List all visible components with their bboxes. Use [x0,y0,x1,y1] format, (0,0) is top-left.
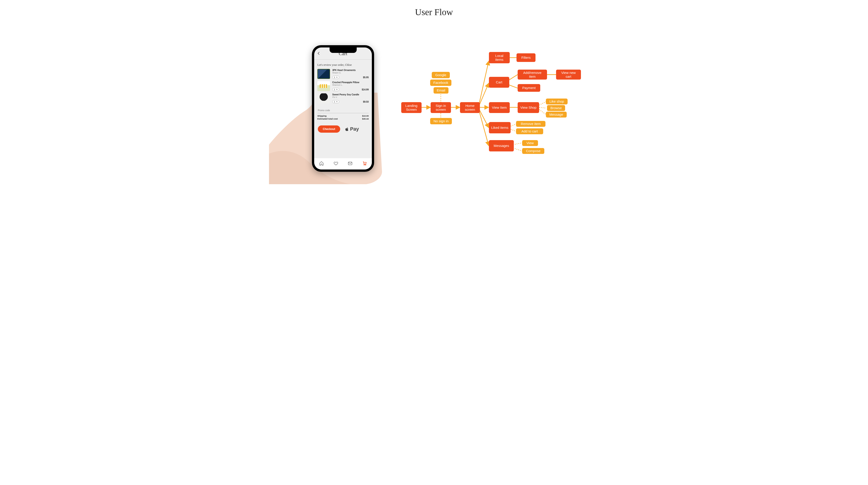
node-local-items: Local items [489,52,510,63]
node-add-remove-item: Add/remove item [518,70,547,79]
node-cart: Cart [489,77,509,88]
svg-line-17 [539,102,546,105]
svg-point-2 [365,164,366,165]
promo-code-input[interactable] [317,108,369,113]
product-seller: Shawn G. [332,72,369,74]
quantity-value: 1 [334,88,335,91]
tab-home[interactable] [319,161,324,167]
cart-row: 3PK Heart Ornaments Shawn G. 1 $5.95 [317,69,369,79]
node-liked-items: Liked items [489,122,510,133]
node-payment: Payment [518,84,540,92]
phone-notch [330,47,357,53]
quantity-value: 1 [334,76,335,78]
svg-line-7 [479,61,489,103]
svg-line-14 [508,85,518,88]
quantity-stepper[interactable]: 1 [332,88,339,91]
svg-line-22 [513,143,522,144]
cart-row: Crochet Pineapple Pillow Shannon L. 1 $1… [317,81,369,91]
product-name: 3PK Heart Ornaments [332,69,369,71]
svg-line-11 [479,111,489,146]
cart-content: Let's review your order, Chloe 3PK Heart… [314,60,372,133]
phone-screen: Cart Let's review your order, Chloe 3PK … [314,47,372,169]
product-price: $9.50 [363,101,369,103]
svg-line-20 [511,124,517,126]
node-remove-item: Remove item [516,121,546,127]
chevron-left-icon [317,52,320,55]
total-label: Estimated total cost [317,118,338,121]
product-name: Crochet Pineapple Pillow [332,81,369,84]
user-flow-diagram: Landing Screen Sign in screen Google Fac… [400,45,585,163]
total-value: $40.44 [362,118,369,121]
node-browse: Browse [547,105,565,111]
quantity-value: 1 [334,101,335,103]
svg-line-19 [539,109,546,115]
svg-line-18 [539,107,546,108]
node-home-screen: Home screen [460,102,480,113]
tab-cart[interactable] [362,161,367,167]
node-sign-in-screen: Sign in screen [431,102,451,113]
node-no-sign-in: No sign in [430,118,452,124]
node-google: Google [432,72,450,78]
quantity-stepper[interactable]: 1 [332,100,339,103]
phone-frame: Cart Let's review your order, Chloe 3PK … [312,45,374,172]
back-button[interactable] [317,52,320,56]
page-title: User Flow [269,7,599,18]
tab-likes[interactable] [333,161,338,167]
svg-line-10 [479,109,489,128]
cart-icon [362,161,367,166]
product-seller: Flo V. [332,96,369,98]
node-filters: Filters [517,53,535,62]
node-view-new-cart: View new cart [556,70,581,79]
apple-pay-label: Pay [350,126,359,132]
svg-line-8 [479,83,489,105]
node-message: Message [546,111,567,118]
product-name: Sweet Peony Soy Candle [332,93,369,96]
order-totals: Shipping Estimated total cost $10.00 $40… [317,115,369,121]
tab-messages[interactable] [348,161,352,167]
chevron-up-icon [336,101,338,103]
chevron-up-icon [336,76,338,78]
node-view-item: View Item [489,102,510,113]
cart-row: Sweet Peony Soy Candle Flo V. 1 $9.50 [317,93,369,103]
chevron-up-icon [336,89,338,90]
checkout-button[interactable]: Checkout [318,125,340,133]
tab-bar [314,158,372,169]
svg-line-23 [513,148,522,151]
product-thumb[interactable] [317,93,330,103]
greeting-text: Let's review your order, Chloe [317,63,369,67]
shipping-value: $10.00 [362,115,369,118]
svg-line-13 [508,74,518,80]
product-price: $5.95 [363,76,369,79]
home-icon [319,161,324,166]
node-like-shop: Like shop [546,99,567,104]
node-messages: Messages [489,140,514,152]
node-view: View [522,140,538,146]
product-price: $14.99 [362,88,369,91]
node-add-to-cart: Add to cart [516,128,543,134]
node-facebook: Facebook [430,79,452,86]
mail-icon [348,161,352,166]
quantity-stepper[interactable]: 1 [332,76,339,79]
svg-line-21 [511,129,517,132]
apple-icon [345,127,349,131]
shipping-label: Shipping [317,115,338,118]
node-landing-screen: Landing Screen [401,102,422,113]
product-seller: Shannon L. [332,84,369,86]
node-view-shop: View Shop [518,102,539,113]
heart-icon [333,161,338,166]
node-email: Email [434,87,448,94]
product-thumb[interactable] [317,81,330,91]
apple-pay-button[interactable]: Pay [345,126,359,132]
svg-point-1 [364,164,365,165]
node-compose: Compose [522,148,544,154]
hand-with-phone: Cart Let's review your order, Chloe 3PK … [269,36,396,184]
product-thumb[interactable] [317,69,330,79]
